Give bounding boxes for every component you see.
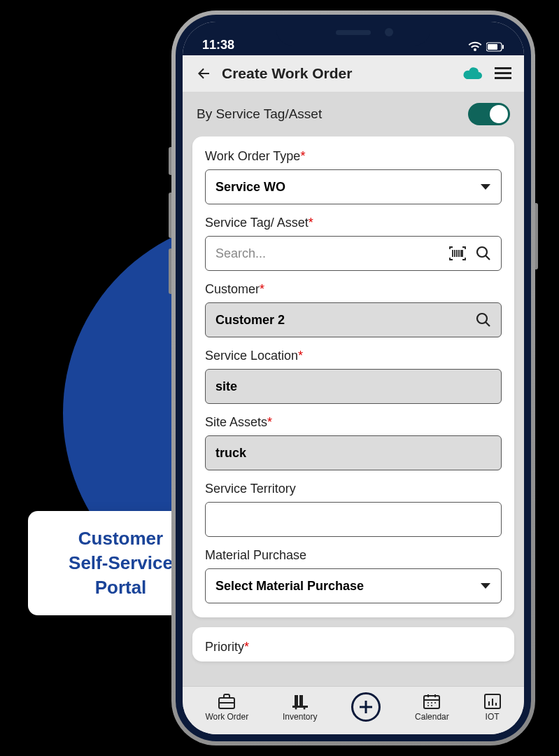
chevron-down-icon (480, 582, 491, 590)
svg-point-27 (431, 705, 432, 706)
work-order-type-select[interactable]: Service WO (205, 169, 502, 204)
svg-rect-2 (488, 44, 497, 50)
svg-rect-4 (495, 72, 511, 74)
svg-rect-14 (292, 706, 308, 708)
svg-point-15 (295, 707, 297, 709)
battery-icon (486, 42, 504, 52)
service-tag-label: Service Tag/ Asset* (205, 216, 502, 230)
bottom-nav: Work Order Inventory Calendar (183, 686, 524, 734)
cloud-icon[interactable] (462, 66, 483, 81)
phone-mockup: 11:38 Create Work Order (171, 10, 535, 746)
service-location-label: Service Location* (205, 349, 502, 363)
work-order-type-label: Work Order Type* (205, 149, 502, 164)
svg-point-24 (431, 702, 432, 704)
svg-line-9 (486, 322, 490, 326)
header-bar: Create Work Order (183, 55, 524, 92)
search-icon[interactable] (476, 312, 491, 328)
service-territory-input[interactable] (205, 502, 502, 537)
nav-inventory[interactable]: Inventory (283, 693, 317, 722)
svg-point-26 (427, 705, 429, 706)
svg-rect-13 (299, 695, 303, 706)
toggle-row: By Service Tag/Asset (183, 92, 524, 136)
barcode-icon[interactable] (449, 246, 466, 260)
form-scroll[interactable]: Work Order Type* Service WO Service Tag/… (183, 136, 524, 686)
page-title: Create Work Order (222, 65, 453, 82)
priority-label: Priority* (205, 640, 502, 654)
form-card-secondary: Priority* (192, 627, 514, 662)
svg-rect-3 (495, 67, 511, 69)
service-territory-label: Service Territory (205, 482, 502, 496)
chevron-down-icon (480, 183, 491, 191)
search-icon[interactable] (476, 246, 491, 261)
svg-point-8 (477, 314, 487, 323)
svg-line-7 (486, 255, 490, 260)
status-time: 11:38 (202, 38, 234, 52)
back-icon[interactable] (195, 65, 212, 82)
phone-notch (276, 22, 430, 46)
nav-iot[interactable]: IOT (483, 693, 502, 722)
wifi-icon (468, 41, 482, 52)
svg-point-25 (434, 702, 436, 704)
svg-point-23 (427, 702, 429, 704)
toggle-label: By Service Tag/Asset (197, 106, 322, 122)
svg-rect-1 (502, 45, 504, 49)
customer-input[interactable]: Customer 2 (205, 302, 502, 337)
svg-rect-12 (295, 695, 298, 706)
svg-point-6 (477, 247, 487, 257)
nav-work-order[interactable]: Work Order (205, 693, 248, 722)
svg-point-16 (303, 707, 305, 709)
svg-rect-5 (495, 77, 511, 79)
site-assets-label: Site Assets* (205, 415, 502, 430)
site-assets-input[interactable]: truck (205, 435, 502, 470)
customer-label: Customer* (205, 282, 502, 297)
service-location-input[interactable]: site (205, 369, 502, 404)
material-purchase-label: Material Purchase (205, 548, 502, 563)
service-tag-input[interactable]: Search... (205, 236, 502, 271)
nav-add-button[interactable] (351, 692, 381, 722)
service-tag-toggle[interactable] (468, 103, 510, 125)
material-purchase-select[interactable]: Select Material Purchase (205, 568, 502, 603)
menu-icon[interactable] (495, 66, 511, 80)
nav-calendar[interactable]: Calendar (415, 693, 449, 722)
form-card: Work Order Type* Service WO Service Tag/… (192, 136, 514, 617)
